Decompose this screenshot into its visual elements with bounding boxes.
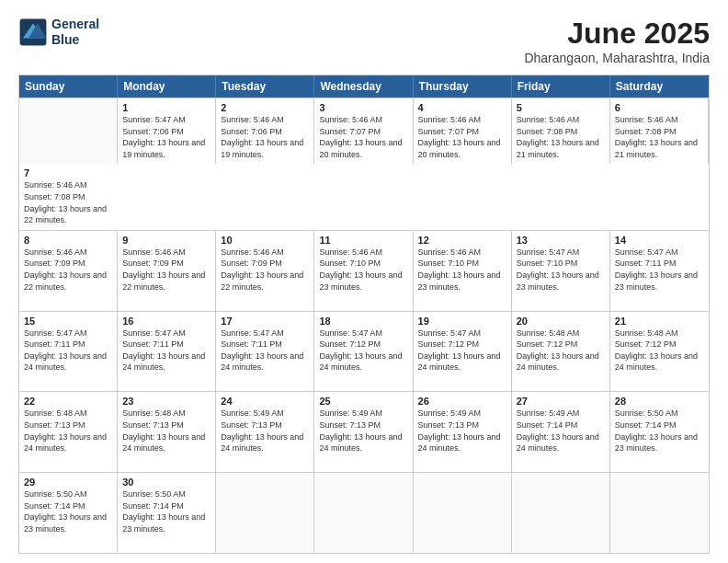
day-number: 19 — [418, 316, 506, 327]
cell-info: Sunrise: 5:46 AMSunset: 7:06 PMDaylight:… — [221, 114, 309, 160]
logo-icon — [18, 17, 48, 47]
cell-info: Sunrise: 5:46 AMSunset: 7:08 PMDaylight:… — [24, 179, 113, 225]
day-number: 8 — [24, 235, 112, 246]
main-title: June 2025 — [524, 17, 710, 51]
calendar-cell: 28Sunrise: 5:50 AMSunset: 7:14 PMDayligh… — [610, 392, 709, 472]
calendar-cell-empty — [610, 473, 709, 553]
cell-info: Sunrise: 5:46 AMSunset: 7:09 PMDaylight:… — [122, 247, 210, 293]
cell-info: Sunrise: 5:50 AMSunset: 7:14 PMDaylight:… — [24, 488, 112, 534]
cell-info: Sunrise: 5:46 AMSunset: 7:09 PMDaylight:… — [221, 247, 309, 293]
calendar-cell: 22Sunrise: 5:48 AMSunset: 7:13 PMDayligh… — [19, 392, 118, 472]
calendar-row: 8Sunrise: 5:46 AMSunset: 7:09 PMDaylight… — [19, 230, 709, 311]
cell-info: Sunrise: 5:47 AMSunset: 7:11 PMDaylight:… — [221, 327, 309, 373]
cell-info: Sunrise: 5:47 AMSunset: 7:11 PMDaylight:… — [615, 247, 704, 293]
calendar-cell: 21Sunrise: 5:48 AMSunset: 7:12 PMDayligh… — [610, 312, 709, 392]
calendar-cell: 29Sunrise: 5:50 AMSunset: 7:14 PMDayligh… — [19, 473, 118, 553]
cell-info: Sunrise: 5:50 AMSunset: 7:14 PMDaylight:… — [122, 488, 210, 534]
calendar-row: 22Sunrise: 5:48 AMSunset: 7:13 PMDayligh… — [19, 391, 709, 472]
calendar-cell-empty — [512, 473, 610, 553]
calendar-cell: 9Sunrise: 5:46 AMSunset: 7:09 PMDaylight… — [118, 231, 216, 311]
calendar-cell: 5Sunrise: 5:46 AMSunset: 7:08 PMDaylight… — [512, 98, 610, 164]
calendar-cell: 1Sunrise: 5:47 AMSunset: 7:06 PMDaylight… — [118, 98, 216, 164]
cell-info: Sunrise: 5:48 AMSunset: 7:12 PMDaylight:… — [517, 327, 605, 373]
calendar-cell: 19Sunrise: 5:47 AMSunset: 7:12 PMDayligh… — [414, 312, 512, 392]
calendar-header-cell: Sunday — [19, 75, 118, 98]
day-number: 13 — [517, 235, 605, 246]
calendar-header-cell: Monday — [118, 75, 216, 98]
day-number: 20 — [517, 316, 605, 327]
subtitle: Dharangaon, Maharashtra, India — [524, 51, 710, 65]
calendar: SundayMondayTuesdayWednesdayThursdayFrid… — [18, 75, 710, 554]
cell-info: Sunrise: 5:46 AMSunset: 7:08 PMDaylight:… — [615, 114, 703, 160]
calendar-cell: 30Sunrise: 5:50 AMSunset: 7:14 PMDayligh… — [118, 473, 216, 553]
calendar-cell: 6Sunrise: 5:46 AMSunset: 7:08 PMDaylight… — [610, 98, 709, 164]
cell-info: Sunrise: 5:46 AMSunset: 7:09 PMDaylight:… — [24, 247, 112, 293]
day-number: 29 — [24, 477, 112, 488]
calendar-cell-empty — [216, 473, 314, 553]
calendar-header-cell: Tuesday — [216, 75, 314, 98]
calendar-cell: 18Sunrise: 5:47 AMSunset: 7:12 PMDayligh… — [314, 312, 413, 392]
day-number: 11 — [319, 235, 407, 246]
cell-info: Sunrise: 5:49 AMSunset: 7:14 PMDaylight:… — [517, 408, 605, 454]
calendar-cell: 25Sunrise: 5:49 AMSunset: 7:13 PMDayligh… — [314, 392, 413, 472]
cell-info: Sunrise: 5:47 AMSunset: 7:11 PMDaylight:… — [24, 327, 112, 373]
calendar-cell: 17Sunrise: 5:47 AMSunset: 7:11 PMDayligh… — [216, 312, 314, 392]
calendar-cell-empty — [414, 473, 512, 553]
calendar-cell: 24Sunrise: 5:49 AMSunset: 7:13 PMDayligh… — [216, 392, 314, 472]
calendar-header-cell: Saturday — [610, 75, 709, 98]
calendar-header-cell: Thursday — [414, 75, 512, 98]
calendar-cell: 27Sunrise: 5:49 AMSunset: 7:14 PMDayligh… — [512, 392, 610, 472]
cell-info: Sunrise: 5:49 AMSunset: 7:13 PMDaylight:… — [418, 408, 506, 454]
day-number: 14 — [615, 235, 704, 246]
cell-info: Sunrise: 5:46 AMSunset: 7:07 PMDaylight:… — [418, 114, 506, 160]
page: General Blue June 2025 Dharangaon, Mahar… — [0, 0, 728, 563]
calendar-cell: 2Sunrise: 5:46 AMSunset: 7:06 PMDaylight… — [216, 98, 314, 164]
cell-info: Sunrise: 5:48 AMSunset: 7:13 PMDaylight:… — [24, 408, 112, 454]
calendar-cell: 20Sunrise: 5:48 AMSunset: 7:12 PMDayligh… — [512, 312, 610, 392]
day-number: 24 — [221, 396, 309, 407]
calendar-cell: 15Sunrise: 5:47 AMSunset: 7:11 PMDayligh… — [19, 312, 118, 392]
day-number: 26 — [418, 396, 506, 407]
cell-info: Sunrise: 5:48 AMSunset: 7:12 PMDaylight:… — [615, 327, 704, 373]
calendar-cell: 16Sunrise: 5:47 AMSunset: 7:11 PMDayligh… — [118, 312, 216, 392]
calendar-cell: 26Sunrise: 5:49 AMSunset: 7:13 PMDayligh… — [414, 392, 512, 472]
day-number: 1 — [122, 102, 210, 113]
cell-info: Sunrise: 5:49 AMSunset: 7:13 PMDaylight:… — [221, 408, 309, 454]
logo-line1: General — [51, 17, 99, 32]
calendar-row: 29Sunrise: 5:50 AMSunset: 7:14 PMDayligh… — [19, 472, 709, 553]
calendar-cell: 4Sunrise: 5:46 AMSunset: 7:07 PMDaylight… — [414, 98, 512, 164]
calendar-cell-empty — [19, 98, 118, 164]
day-number: 18 — [319, 316, 407, 327]
logo-line2: Blue — [51, 32, 99, 48]
cell-info: Sunrise: 5:46 AMSunset: 7:10 PMDaylight:… — [319, 247, 407, 293]
day-number: 5 — [517, 102, 605, 113]
calendar-cell: 23Sunrise: 5:48 AMSunset: 7:13 PMDayligh… — [118, 392, 216, 472]
day-number: 21 — [615, 316, 704, 327]
calendar-cell: 7Sunrise: 5:46 AMSunset: 7:08 PMDaylight… — [19, 164, 118, 229]
day-number: 27 — [517, 396, 605, 407]
cell-info: Sunrise: 5:47 AMSunset: 7:12 PMDaylight:… — [319, 327, 407, 373]
cell-info: Sunrise: 5:50 AMSunset: 7:14 PMDaylight:… — [615, 408, 704, 454]
day-number: 6 — [615, 102, 703, 113]
day-number: 3 — [319, 102, 407, 113]
calendar-cell-empty — [314, 473, 413, 553]
cell-info: Sunrise: 5:46 AMSunset: 7:10 PMDaylight:… — [418, 247, 506, 293]
day-number: 16 — [122, 316, 210, 327]
day-number: 2 — [221, 102, 309, 113]
calendar-body: 1Sunrise: 5:47 AMSunset: 7:06 PMDaylight… — [19, 98, 709, 553]
cell-info: Sunrise: 5:47 AMSunset: 7:12 PMDaylight:… — [418, 327, 506, 373]
calendar-cell: 13Sunrise: 5:47 AMSunset: 7:10 PMDayligh… — [512, 231, 610, 311]
day-number: 4 — [418, 102, 506, 113]
calendar-cell: 12Sunrise: 5:46 AMSunset: 7:10 PMDayligh… — [414, 231, 512, 311]
header: General Blue June 2025 Dharangaon, Mahar… — [18, 17, 710, 65]
calendar-cell: 14Sunrise: 5:47 AMSunset: 7:11 PMDayligh… — [610, 231, 709, 311]
title-block: June 2025 Dharangaon, Maharashtra, India — [524, 17, 710, 65]
day-number: 17 — [221, 316, 309, 327]
calendar-row: 15Sunrise: 5:47 AMSunset: 7:11 PMDayligh… — [19, 311, 709, 392]
day-number: 28 — [615, 396, 704, 407]
cell-info: Sunrise: 5:46 AMSunset: 7:08 PMDaylight:… — [517, 114, 605, 160]
calendar-header-cell: Friday — [512, 75, 610, 98]
calendar-cell: 3Sunrise: 5:46 AMSunset: 7:07 PMDaylight… — [314, 98, 413, 164]
day-number: 9 — [122, 235, 210, 246]
day-number: 30 — [122, 477, 210, 488]
